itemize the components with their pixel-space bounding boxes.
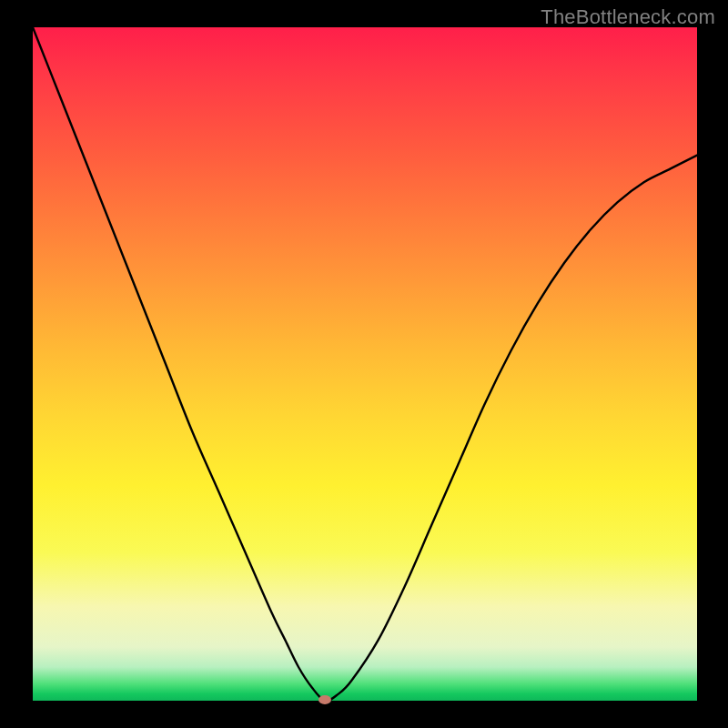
chart-frame: TheBottleneck.com xyxy=(0,0,728,728)
bottleneck-curve xyxy=(33,27,697,701)
watermark-text: TheBottleneck.com xyxy=(541,5,715,29)
optimal-point-marker xyxy=(318,695,331,704)
plot-area xyxy=(33,27,697,701)
